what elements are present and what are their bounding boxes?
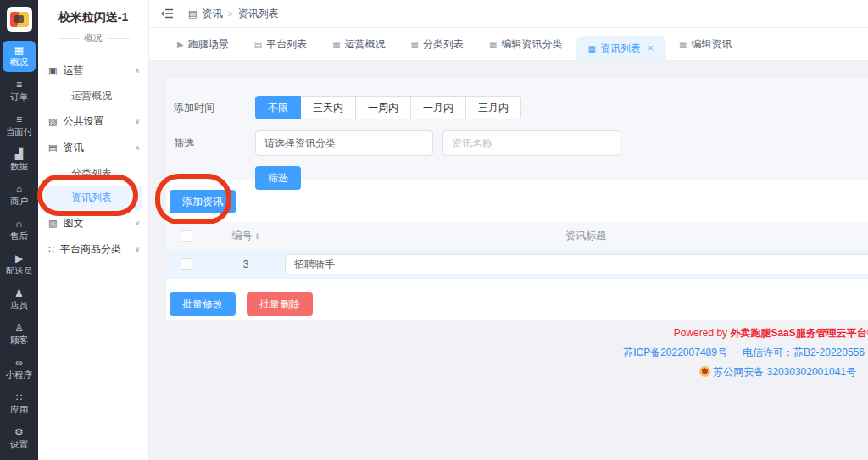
filter-submit-button[interactable]: 筛选 (255, 166, 301, 190)
grid-icon: ▦ (489, 40, 497, 49)
sidebar-item-public-settings[interactable]: ▨ 公共设置 ∨ (38, 108, 148, 135)
chevron-down-icon: ∨ (135, 219, 140, 227)
sidebar-item-operation[interactable]: ▣ 运营 ∧ (38, 58, 148, 84)
tab-edit-news-category[interactable]: ▦ 编辑资讯分类 (476, 28, 575, 60)
grid-icon: ▦ (411, 40, 419, 49)
sidebar-section-divider: 概况 (38, 32, 148, 44)
time-filter-1week[interactable]: 一周内 (355, 96, 411, 119)
news-table: 编号 ▲▼ 资讯标题 3 招聘骑手 (166, 222, 868, 279)
column-header-id[interactable]: 编号 (232, 229, 253, 243)
headset-icon: ∩ (15, 219, 23, 229)
rail-item-courier[interactable]: ▶ 配送员 (3, 249, 36, 280)
rail-item-orders[interactable]: ≡ 订单 (3, 75, 36, 107)
rail-item-clerk[interactable]: ♟ 店员 (3, 284, 36, 315)
tab-category-list[interactable]: ▦ 分类列表 (398, 28, 476, 60)
merchant-store-icon: ⌂ (16, 184, 22, 194)
chevron-up-icon: ∧ (135, 67, 140, 75)
select-all-checkbox[interactable] (181, 230, 192, 242)
rail-item-customer[interactable]: ♙ 顾客 (3, 319, 36, 350)
rail-item-settings[interactable]: ⚙ 设置 (3, 423, 36, 454)
chevron-down-icon: ∨ (135, 118, 140, 125)
clerk-person-icon: ♟ (14, 288, 24, 298)
sidebar-item-category-list[interactable]: 分类列表 (38, 161, 148, 186)
tab-news-list[interactable]: ▦ 资讯列表 × (576, 36, 666, 60)
row-id-cell: 3 (207, 258, 285, 270)
table-row: 3 招聘骑手 (166, 250, 868, 279)
rail-item-aftersale[interactable]: ∩ 售后 (3, 214, 36, 246)
sidebar-item-image-text[interactable]: ▧ 图文 ∨ (38, 210, 148, 236)
courier-icon: ▶ (15, 253, 23, 263)
platform-categories-icon: ∷ (48, 244, 54, 255)
batch-delete-button[interactable]: 批量删除 (247, 292, 313, 316)
row-title-input[interactable]: 招聘骑手 (285, 254, 868, 274)
news-icon: ▤ (48, 142, 57, 153)
list-icon: ▤ (254, 40, 262, 49)
news-category-select[interactable]: 请选择资讯分类 (255, 130, 433, 156)
time-filter-3days[interactable]: 三天内 (300, 96, 356, 119)
news-list-panel: 添加时间 不限 三天内 一周内 一月内 三月内 筛选 请选择资讯分类 筛选 添加… (166, 78, 868, 320)
icp-line: 苏ICP备2022007489号电信许可：苏B2-20220556 (623, 346, 865, 360)
rail-item-merchant[interactable]: ⌂ 商户 (3, 180, 36, 211)
open-tabs-bar: ▶ 跑腿场景 ▤ 平台列表 ▦ 运营概况 ▦ 分类列表 ▦ 编辑资讯分类 ▦ 资… (149, 28, 868, 61)
grid-icon: ▦ (588, 44, 596, 53)
tab-platform-list[interactable]: ▤ 平台列表 (242, 28, 320, 60)
overview-grid-icon: ▦ (14, 45, 24, 55)
breadcrumb-level1[interactable]: 资讯 (202, 7, 222, 21)
security-line: 苏公网安备 32030302001041号 (699, 365, 856, 380)
rail-item-facepay[interactable]: ≡ 当面付 (3, 110, 36, 141)
rail-item-overview[interactable]: ▦ 概况 (3, 41, 36, 72)
app-logo[interactable] (7, 7, 32, 32)
icp-link[interactable]: 苏ICP备2022007489号 (623, 346, 727, 358)
batch-edit-button[interactable]: 批量修改 (170, 292, 236, 316)
customer-person-icon: ♙ (14, 323, 24, 333)
add-news-button[interactable]: 添加资讯 (170, 190, 236, 213)
news-icon: ▤ (188, 8, 197, 19)
telecom-license-link[interactable]: 电信许可：苏B2-20220556 (743, 346, 865, 358)
image-text-icon: ▧ (48, 218, 57, 229)
add-time-label: 添加时间 (174, 101, 255, 115)
time-filter-1month[interactable]: 一月内 (410, 96, 466, 119)
sidebar-item-news[interactable]: ▤ 资讯 ∧ (38, 135, 148, 161)
grid-icon: ▦ (332, 40, 340, 49)
breadcrumb-separator: > (227, 8, 232, 19)
filter-label: 筛选 (174, 136, 255, 151)
tab-edit-news[interactable]: ▦ 编辑资讯 (666, 28, 744, 60)
orders-list-icon: ≡ (16, 80, 22, 90)
powered-by-line: Powered by 外卖跑腿SaaS服务管理云平台© 2020-20 (674, 326, 868, 341)
settings-gear-icon: ⚙ (14, 427, 24, 437)
facepay-list-icon: ≡ (16, 114, 22, 125)
time-filter-3months[interactable]: 三月内 (465, 96, 521, 119)
close-tab-icon[interactable]: × (648, 42, 654, 54)
rail-item-miniapp[interactable]: ∞ 小程序 (3, 353, 36, 385)
tab-errand-scene[interactable]: ▶ 跑腿场景 (164, 28, 242, 60)
sort-icon[interactable]: ▲▼ (255, 232, 260, 241)
rail-item-apps[interactable]: ∷ 应用 (3, 388, 36, 419)
breadcrumb: ▤ 资讯 > 资讯列表 (188, 7, 279, 21)
chevron-up-icon: ∧ (135, 144, 140, 152)
rail-item-data[interactable]: ▟ 数据 (3, 145, 36, 176)
sidebar-item-news-list[interactable]: 资讯列表 (45, 186, 142, 210)
column-header-title: 资讯标题 (285, 229, 868, 243)
operation-icon: ▣ (48, 65, 57, 76)
sidebar-item-platform-categories[interactable]: ∷ 平台商品分类 ∨ (38, 236, 148, 263)
topbar: ▤ 资讯 > 资讯列表 (149, 0, 868, 28)
apps-squares-icon: ∷ (16, 392, 23, 402)
scooter-icon: ▶ (177, 40, 184, 49)
breadcrumb-level2: 资讯列表 (238, 7, 279, 21)
filter-section: 添加时间 不限 三天内 一周内 一月内 三月内 筛选 请选择资讯分类 筛选 (166, 78, 868, 180)
submenu-sidebar: 校米粒闪送-1 概况 ▣ 运营 ∧ 运营概况 ▨ 公共设置 ∨ ▤ 资讯 ∧ 分… (38, 0, 149, 460)
security-record-link[interactable]: 苏公网安备 32030302001041号 (713, 366, 856, 378)
news-name-input[interactable] (442, 130, 620, 156)
time-filter-unlimited[interactable]: 不限 (255, 96, 301, 119)
tab-operation-overview[interactable]: ▦ 运营概况 (320, 28, 398, 60)
sidebar-item-operation-overview[interactable]: 运营概况 (38, 84, 148, 108)
app-logo-icon (10, 12, 29, 27)
public-security-badge-icon (699, 366, 710, 377)
chevron-down-icon: ∨ (135, 246, 140, 253)
row-checkbox[interactable] (181, 258, 192, 270)
miniapp-bubbles-icon: ∞ (15, 357, 23, 368)
public-settings-icon: ▨ (48, 116, 57, 127)
brand-name: 外卖跑腿SaaS服务管理云平台 (730, 327, 866, 339)
collapse-sidebar-icon[interactable] (161, 8, 173, 19)
data-chart-icon: ▟ (15, 149, 23, 159)
